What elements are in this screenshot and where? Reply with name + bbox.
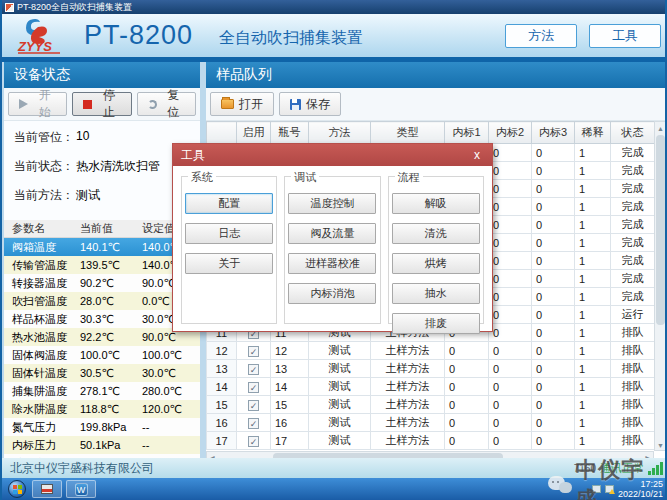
queue-column-header[interactable]: 启用	[237, 122, 271, 144]
status-cell: 完成	[611, 252, 655, 270]
queue-row[interactable]: 14 ✓ 14 测试 土样方法 0 0 0 1 排队	[207, 378, 655, 396]
queue-column-header[interactable]: 类型	[371, 122, 445, 144]
checkbox-checked-icon[interactable]: ✓	[248, 418, 259, 429]
vertical-scroll-thumb[interactable]	[656, 135, 665, 325]
clock[interactable]: 17:25 2022/10/21	[618, 479, 665, 499]
istd3-cell: 0	[532, 144, 575, 162]
dialog-button-烘烤[interactable]: 烘烤	[392, 253, 480, 274]
stop-button[interactable]: 停止	[72, 92, 131, 116]
scroll-down-icon[interactable]: ▼	[657, 439, 664, 450]
queue-column-header[interactable]: 方法	[309, 122, 371, 144]
taskbar-app-w[interactable]: W	[66, 480, 96, 498]
dialog-button-解吸[interactable]: 解吸	[392, 193, 480, 214]
dialog-button-日志[interactable]: 日志	[185, 223, 273, 244]
param-row[interactable]: 转接器温度 90.2℃ 90.0℃	[4, 274, 200, 292]
device-panel-title: 设备状态	[4, 62, 200, 88]
param-row[interactable]: 固体阀温度 100.0℃ 100.0℃	[4, 346, 200, 364]
istd3-cell: 0	[532, 216, 575, 234]
enable-cell[interactable]: ✓	[237, 396, 271, 414]
queue-row[interactable]: 17 ✓ 17 测试 土样方法 0 0 0 1 排队	[207, 432, 655, 450]
enable-cell[interactable]: ✓	[237, 432, 271, 450]
tools-dialog-titlebar[interactable]: 工具 x	[173, 144, 492, 166]
queue-row[interactable]: 15 ✓ 15 测试 土样方法 0 0 0 1 排队	[207, 396, 655, 414]
queue-column-header[interactable]: 稀释	[575, 122, 611, 144]
status-cell: 完成	[611, 198, 655, 216]
vertical-scrollbar[interactable]: ▲ ▼	[654, 121, 667, 451]
save-button[interactable]: 保存	[279, 92, 341, 116]
queue-row[interactable]: 16 ✓ 16 测试 土样方法 0 0 0 1 排队	[207, 414, 655, 432]
dialog-button-内标消泡[interactable]: 内标消泡	[288, 283, 376, 304]
volume-icon[interactable]	[592, 485, 601, 493]
queue-column-header[interactable]: 状态	[611, 122, 655, 144]
dialog-button-排废[interactable]: 排废	[392, 313, 480, 334]
queue-row-number[interactable]: 15	[207, 396, 237, 414]
dialog-button-阀及流量[interactable]: 阀及流量	[288, 223, 376, 244]
queue-row-number[interactable]: 12	[207, 342, 237, 360]
param-set-value: 280.0℃	[142, 385, 200, 398]
dialog-button-关于[interactable]: 关于	[185, 253, 273, 274]
dilution-cell: 1	[575, 270, 611, 288]
param-row[interactable]: 氮气压力 199.8kPa --	[4, 418, 200, 436]
istd2-cell: 0	[489, 234, 532, 252]
checkbox-checked-icon[interactable]: ✓	[248, 364, 259, 375]
close-icon[interactable]: x	[470, 148, 484, 162]
queue-row-number[interactable]: 13	[207, 360, 237, 378]
istd3-cell: 0	[532, 414, 575, 432]
param-current-value: 50.1kPa	[80, 439, 142, 451]
param-row[interactable]: 传输管温度 139.5℃ 140.0℃	[4, 256, 200, 274]
param-row[interactable]: 阀箱温度 140.1℃ 140.0℃	[4, 238, 200, 256]
dialog-button-配置[interactable]: 配置	[185, 193, 273, 214]
param-row[interactable]: 吹扫管温度 28.0℃ 0.0℃	[4, 292, 200, 310]
scroll-up-icon[interactable]: ▲	[657, 122, 664, 133]
reset-button[interactable]: 复位	[137, 92, 196, 116]
status-cell: 完成	[611, 216, 655, 234]
dialog-button-抽水[interactable]: 抽水	[392, 283, 480, 304]
param-name: 阀箱温度	[4, 240, 80, 255]
checkbox-checked-icon[interactable]: ✓	[248, 436, 259, 447]
checkbox-checked-icon[interactable]: ✓	[248, 346, 259, 357]
enable-cell[interactable]: ✓	[237, 360, 271, 378]
checkbox-checked-icon[interactable]: ✓	[248, 400, 259, 411]
network-warning-icon[interactable]	[605, 485, 614, 493]
param-set-value: --	[142, 421, 200, 433]
start-button-orb[interactable]	[8, 480, 26, 498]
dialog-button-温度控制[interactable]: 温度控制	[288, 193, 376, 214]
queue-row[interactable]: 12 ✓ 12 测试 土样方法 0 0 0 1 排队	[207, 342, 655, 360]
bottle-cell: 13	[271, 360, 309, 378]
dialog-button-清洗[interactable]: 清洗	[392, 223, 480, 244]
param-row[interactable]: 内标压力 50.1kPa --	[4, 436, 200, 454]
tools-button[interactable]: 工具	[589, 24, 661, 48]
enable-cell[interactable]: ✓	[237, 378, 271, 396]
enable-cell[interactable]: ✓	[237, 342, 271, 360]
method-cell: 测试	[309, 396, 371, 414]
status-cell: 排队	[611, 360, 655, 378]
param-row[interactable]: 捕集阱温度 278.1℃ 280.0℃	[4, 382, 200, 400]
comm-id: 7160	[574, 463, 596, 474]
param-current-value: 139.5℃	[80, 259, 142, 272]
enable-cell[interactable]: ✓	[237, 414, 271, 432]
param-row[interactable]: 热水池温度 92.2℃ 90.0℃	[4, 328, 200, 346]
queue-column-header[interactable]: 瓶号	[271, 122, 309, 144]
queue-column-header[interactable]: 内标1	[445, 122, 489, 144]
status-cell: 完成	[611, 270, 655, 288]
queue-column-header[interactable]: 内标3	[532, 122, 575, 144]
start-button[interactable]: 开始	[8, 92, 67, 116]
checkbox-checked-icon[interactable]: ✓	[248, 382, 259, 393]
open-button[interactable]: 打开	[210, 92, 274, 116]
queue-row-number[interactable]: 17	[207, 432, 237, 450]
pt8200-app-icon	[41, 484, 53, 494]
param-table-header: 参数名 当前值 设定值	[4, 220, 200, 238]
bottle-cell: 15	[271, 396, 309, 414]
queue-row-number[interactable]: 16	[207, 414, 237, 432]
method-button[interactable]: 方法	[505, 24, 577, 48]
param-row[interactable]: 除水阱温度 118.8℃ 120.0℃	[4, 400, 200, 418]
taskbar-app-pt8200[interactable]	[32, 480, 62, 498]
param-row[interactable]: 固体针温度 30.5℃ 30.0℃	[4, 364, 200, 382]
queue-row-number[interactable]: 14	[207, 378, 237, 396]
queue-column-header[interactable]	[207, 122, 237, 144]
param-name: 吹扫管温度	[4, 294, 80, 309]
queue-row[interactable]: 13 ✓ 13 测试 土样方法 0 0 0 1 排队	[207, 360, 655, 378]
dialog-button-进样器校准[interactable]: 进样器校准	[288, 253, 376, 274]
queue-column-header[interactable]: 内标2	[489, 122, 532, 144]
param-row[interactable]: 样品杯温度 30.3℃ 30.0℃	[4, 310, 200, 328]
